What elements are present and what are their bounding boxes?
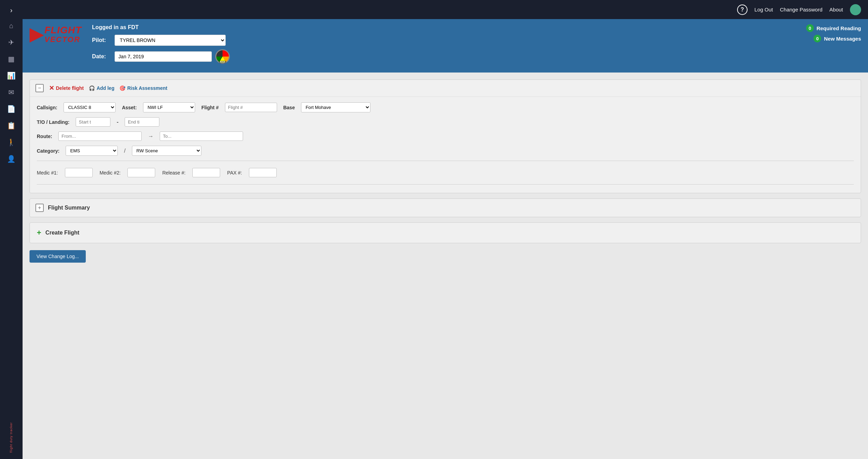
route-arrow-icon: → [148,133,153,139]
medic1-label: Medic #1: [37,170,58,176]
start-time-input[interactable] [76,117,110,127]
delete-flight-button[interactable]: ✕ Delete flight [49,84,84,92]
required-reading-badge-row: 0 Required Reading [806,24,861,32]
pilot-select[interactable]: TYREL BROWN [115,35,226,46]
risk-label: RISK [219,61,226,63]
flight-summary-card: + Flight Summary [30,198,861,217]
asset-label: Asset: [122,105,137,110]
sidebar-item-charts[interactable]: 📊 [0,67,23,84]
to-landing-label: T/O / Landing: [37,119,69,125]
header-right: 0 Required Reading 0 New Messages [806,24,861,42]
help-button[interactable]: ? [737,5,748,15]
time-separator: - [117,119,118,125]
category-separator: / [124,148,125,154]
route-from-input[interactable] [58,131,142,141]
form-divider-1 [37,161,854,161]
route-label: Route: [37,134,52,139]
asset-select[interactable]: NWI LF [143,102,195,112]
create-flight-plus-icon: + [37,228,41,237]
summary-expand-button[interactable]: + [35,204,44,212]
callsign-label: Callsign: [37,105,57,110]
end-time-input[interactable] [125,117,159,127]
sidebar-bottom: flight duty tracker [0,419,23,459]
add-leg-button[interactable]: 🎧 Add leg [89,85,114,91]
sidebar: › ⌂ ✈ ▦ 📊 ✉ 📄 📋 🚶 👤 flight duty tracker [0,0,23,459]
required-reading-count: 0 [806,24,814,32]
date-row: Date: RISK [92,49,806,64]
subcategory-select[interactable]: RW Scene RW Transfer [132,146,201,156]
risk-assessment-gauge-icon: 🎯 [119,85,125,91]
change-password-link[interactable]: Change Password [780,7,823,12]
form-divider-2 [37,184,854,185]
new-messages-badge-row: 0 New Messages [813,35,861,42]
category-select[interactable]: EMS IFR [66,146,118,156]
sidebar-collapse-arrow[interactable]: › [0,3,23,18]
pilot-row: Pilot: TYREL BROWN [92,35,806,46]
delete-flight-label: Delete flight [56,85,84,91]
base-select[interactable]: Fort Mohave Other Base 1 [301,102,370,112]
medic1-input[interactable] [65,168,93,177]
create-flight-card[interactable]: + Create Flight [30,222,861,243]
about-link[interactable]: About [829,7,843,12]
logo-arrow-icon: ▶ [30,24,43,44]
flight-summary-title: Flight Summary [48,205,90,211]
risk-assessment-button[interactable]: 🎯 Risk Assessment [119,85,167,91]
create-flight-label: Create Flight [45,230,80,236]
logged-in-text: Logged in as FDT [92,24,806,31]
add-leg-label: Add leg [97,85,114,91]
top-bar: ? Log Out Change Password About [23,0,868,19]
flight-num-input[interactable] [225,103,277,112]
duty-tracker-label: flight duty tracker [8,419,15,456]
sidebar-item-calendar[interactable]: ▦ [0,51,23,67]
header-info: Logged in as FDT Pilot: TYREL BROWN Date… [92,24,806,67]
form-row-4: Category: EMS IFR / RW Scene RW Transfer [37,146,854,156]
delete-x-icon: ✕ [49,84,54,92]
main-area: ? Log Out Change Password About ▶ FLIGHT… [23,0,868,459]
pax-label: PAX #: [227,170,242,176]
flight-card-header: − ✕ Delete flight 🎧 Add leg 🎯 Risk Asses… [30,80,861,97]
flight-num-label: Flight # [201,105,219,110]
pax-input[interactable] [249,168,277,177]
headset-icon: 🎧 [89,85,95,91]
release-label: Release #: [162,170,185,176]
sidebar-item-mail[interactable]: ✉ [0,84,23,101]
form-row-3: Route: → [37,131,854,141]
logout-link[interactable]: Log Out [754,7,773,12]
risk-assessment-label: Risk Assessment [127,85,167,91]
category-label: Category: [37,148,59,154]
risk-gauge[interactable]: RISK [215,49,230,64]
flight-form: Callsign: CLASSIC 8 Asset: NWI LF Flight… [30,97,861,193]
date-label: Date: [92,53,111,60]
sidebar-item-docs[interactable]: 📄 [0,101,23,117]
summary-plus-icon: + [38,205,41,211]
medic-row: Medic #1: Medic #2: Release #: PAX #: [37,164,854,181]
user-avatar [850,4,861,15]
sidebar-item-home[interactable]: ⌂ [0,18,23,34]
release-input[interactable] [192,168,220,177]
sidebar-item-person[interactable]: 👤 [0,151,23,167]
required-reading-label[interactable]: Required Reading [817,25,861,31]
sidebar-item-flights[interactable]: ✈ [0,34,23,51]
medic2-input[interactable] [127,168,155,177]
header-section: ▶ FLIGHT VECTOR Logged in as FDT Pilot: … [23,19,868,73]
view-change-log-button[interactable]: View Change Log... [30,250,86,263]
route-to-input[interactable] [160,131,243,141]
logo-area: ▶ FLIGHT VECTOR [30,24,82,44]
new-messages-label[interactable]: New Messages [824,36,861,42]
callsign-select[interactable]: CLASSIC 8 [64,102,116,112]
flight-card: − ✕ Delete flight 🎧 Add leg 🎯 Risk Asses… [30,79,861,193]
collapse-icon: − [38,85,41,91]
new-messages-count: 0 [813,35,821,42]
content-area: − ✕ Delete flight 🎧 Add leg 🎯 Risk Asses… [23,73,868,459]
form-row-2: T/O / Landing: - [37,117,854,127]
form-row-1: Callsign: CLASSIC 8 Asset: NWI LF Flight… [37,102,854,112]
logo-flight-text: FLIGHT [44,25,82,36]
logo-vector-text: VECTOR [44,35,82,44]
pilot-label: Pilot: [92,37,111,43]
sidebar-item-walk[interactable]: 🚶 [0,134,23,151]
collapse-button[interactable]: − [35,84,44,92]
base-label: Base [283,105,295,110]
logo-text: FLIGHT VECTOR [44,25,82,44]
date-input[interactable] [115,51,212,62]
sidebar-item-book[interactable]: 📋 [0,117,23,134]
